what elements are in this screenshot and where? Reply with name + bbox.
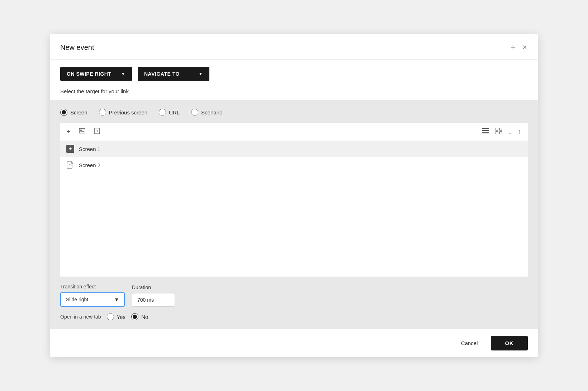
list-view-button[interactable]: [480, 127, 490, 136]
duration-input[interactable]: 700 ms: [132, 293, 175, 307]
screens-panel: +: [60, 123, 528, 277]
action-label: NAVIGATE TO: [144, 71, 180, 77]
svg-point-1: [80, 130, 81, 131]
transition-effect-select[interactable]: Slide right ▼: [60, 292, 125, 307]
toolbar-left: +: [65, 127, 102, 137]
transition-effect-label: Transition effect: [60, 284, 125, 289]
gray-section: Screen Previous screen URL Scenario +: [50, 100, 538, 329]
radio-scenario-label: Scenario: [201, 109, 222, 116]
new-tab-no-label: No: [141, 314, 148, 320]
svg-rect-9: [499, 132, 502, 134]
close-icon-button[interactable]: ×: [522, 43, 528, 52]
radio-group: Screen Previous screen URL Scenario: [60, 109, 528, 116]
effect-duration-row: Transition effect Slide right ▼ Duration…: [60, 284, 528, 307]
grid-view-button[interactable]: [494, 127, 503, 137]
radio-url[interactable]: URL: [159, 109, 180, 116]
star-icon: ★: [66, 145, 74, 153]
new-tab-yes-input[interactable]: [107, 313, 114, 320]
trigger-label: ON SWIPE RIGHT: [67, 71, 111, 77]
new-tab-no-input[interactable]: [131, 313, 138, 320]
toolbar-right: ↓ ↑: [480, 127, 523, 137]
dialog-header: New event + ×: [50, 34, 538, 60]
screen-item-2[interactable]: Screen 2: [60, 157, 528, 173]
sort-down-button[interactable]: ↓: [507, 127, 513, 136]
svg-rect-5: [482, 132, 489, 133]
svg-rect-7: [499, 128, 502, 130]
new-tab-yes-label: Yes: [117, 314, 125, 320]
ok-button[interactable]: OK: [491, 336, 528, 350]
cancel-button[interactable]: Cancel: [454, 336, 485, 350]
transition-effect-value: Slide right: [66, 297, 88, 302]
screen-1-label: Screen 1: [79, 146, 100, 152]
radio-previous-screen[interactable]: Previous screen: [99, 109, 148, 116]
svg-rect-6: [495, 128, 498, 130]
new-event-dialog: New event + × ON SWIPE RIGHT ▼ NAVIGATE …: [50, 34, 538, 357]
transition-effect-chevron-icon: ▼: [114, 297, 119, 302]
duration-label: Duration: [132, 284, 175, 290]
svg-rect-4: [482, 130, 489, 131]
new-tab-row: Open in a new tab Yes No: [60, 313, 528, 320]
image-icon-button[interactable]: [77, 127, 87, 137]
radio-screen-input[interactable]: [60, 109, 67, 116]
new-tab-no[interactable]: No: [131, 313, 148, 320]
top-controls: ON SWIPE RIGHT ▼ NAVIGATE TO ▼: [50, 60, 538, 88]
svg-rect-8: [495, 132, 498, 134]
screen-2-label: Screen 2: [79, 162, 100, 168]
radio-scenario-input[interactable]: [191, 109, 198, 116]
duration-group: Duration 700 ms: [132, 284, 175, 307]
duration-value: 700 ms: [137, 297, 154, 303]
sort-up-button[interactable]: ↑: [517, 127, 523, 136]
radio-previous-screen-input[interactable]: [99, 109, 106, 116]
trigger-dropdown[interactable]: ON SWIPE RIGHT ▼: [60, 67, 132, 81]
trigger-chevron-icon: ▼: [121, 71, 125, 76]
screen-item-1[interactable]: ★ Screen 1: [60, 141, 528, 157]
import-icon-button[interactable]: [92, 127, 102, 137]
radio-previous-screen-label: Previous screen: [109, 109, 148, 116]
radio-url-input[interactable]: [159, 109, 166, 116]
add-icon-button[interactable]: +: [510, 43, 516, 52]
dialog-footer: Cancel OK: [50, 329, 538, 357]
radio-url-label: URL: [169, 109, 180, 116]
radio-screen[interactable]: Screen: [60, 109, 87, 116]
open-in-new-tab-label: Open in a new tab: [60, 314, 101, 320]
svg-rect-3: [482, 128, 489, 129]
new-tab-yes[interactable]: Yes: [107, 313, 125, 320]
screen-2-icon: [66, 161, 75, 169]
action-chevron-icon: ▼: [199, 71, 203, 76]
add-screen-button[interactable]: +: [65, 127, 72, 136]
screens-toolbar: +: [60, 123, 528, 141]
bottom-section: Transition effect Slide right ▼ Duration…: [60, 277, 528, 320]
radio-screen-label: Screen: [70, 109, 87, 116]
dialog-title: New event: [60, 43, 94, 52]
radio-scenario[interactable]: Scenario: [191, 109, 222, 116]
header-actions: + ×: [510, 43, 528, 52]
action-dropdown[interactable]: NAVIGATE TO ▼: [138, 67, 209, 81]
screen-list: ★ Screen 1 Screen 2: [60, 141, 528, 277]
screen-1-icon: ★: [66, 145, 75, 153]
transition-effect-group: Transition effect Slide right ▼: [60, 284, 125, 307]
select-target-label: Select the target for your link: [50, 88, 538, 100]
